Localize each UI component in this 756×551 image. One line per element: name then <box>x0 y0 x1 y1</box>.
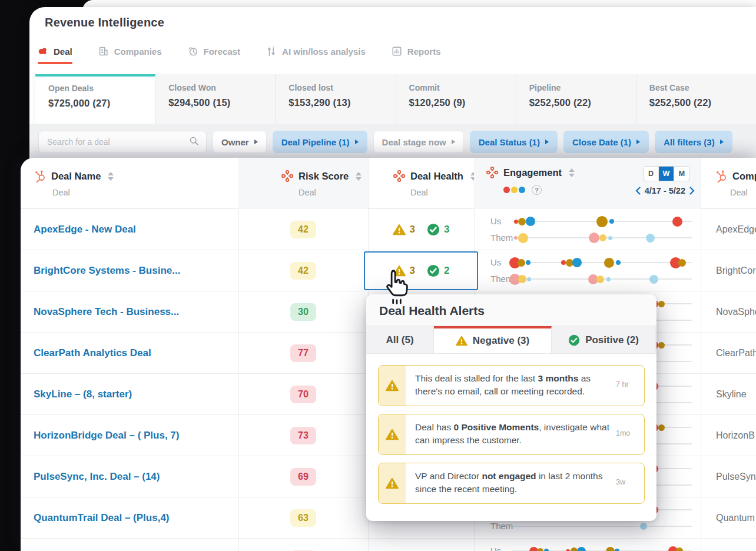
summary-card-commit[interactable]: Commit $120,250 (9) <box>396 74 516 124</box>
filter-button-deal-status-1-[interactable]: Deal Status (1) <box>470 131 558 153</box>
warning-icon <box>379 463 406 503</box>
popup-tab-positive-2-[interactable]: Positive (2) <box>552 326 656 353</box>
deal-icon <box>38 46 48 57</box>
deal-health-cell[interactable] <box>368 539 474 551</box>
filter-button-owner[interactable]: Owner <box>213 131 267 153</box>
deal-name-link[interactable]: HorizonBridge Deal – ( Plus, 7) <box>34 415 234 456</box>
engagement-dot-olive <box>658 342 665 348</box>
deal-name-link[interactable]: ClearPath Analytics Deal <box>34 333 234 374</box>
engagement-dot-olive <box>518 259 525 267</box>
help-icon[interactable]: ? <box>532 185 542 195</box>
popup-tabs-filler <box>656 326 656 353</box>
chevron-right-icon[interactable] <box>689 187 695 195</box>
nav-tab-label: Deal <box>54 47 72 57</box>
engagement-dot-olive <box>604 258 614 268</box>
app-cross-icon <box>281 170 294 182</box>
summary-card-closed-lost[interactable]: Closed lost $153,290 (13) <box>276 74 396 124</box>
engagement-dot-olive <box>658 301 665 307</box>
company-cell: PulseSync <box>701 456 756 497</box>
companies-icon <box>98 46 109 57</box>
hubspot-icon <box>34 170 47 182</box>
hubspot-icon <box>715 170 728 182</box>
search-input[interactable] <box>46 137 189 147</box>
filter-button-label: Deal Status (1) <box>479 137 540 147</box>
company-cell <box>701 539 756 551</box>
summary-card-open-deals[interactable]: Open Deals $725,000 (27) <box>35 74 155 124</box>
deal-health-alerts-popup: Deal Health Alerts All (5) Negative (3) … <box>366 294 656 521</box>
deal-health-cell[interactable]: 3 3 <box>368 209 474 250</box>
filter-button-close-date-1-[interactable]: Close Date (1) <box>563 131 649 153</box>
chevron-left-icon[interactable] <box>635 187 641 195</box>
period-toggle-m[interactable]: M <box>674 167 689 181</box>
column-source: Deal <box>299 188 368 197</box>
sort-deal-name[interactable] <box>108 172 114 181</box>
warning-icon <box>379 414 406 454</box>
summary-card-closed-won[interactable]: Closed Won $294,500 (15) <box>155 74 276 124</box>
risk-score-cell: 30 <box>238 291 368 333</box>
nav-tab-label: Forecast <box>204 47 241 57</box>
filter-button-deal-pipeline-1-[interactable]: Deal Pipeline (1) <box>273 131 367 153</box>
engagement-dot-pink <box>589 233 599 243</box>
column-header-company[interactable]: Comp Deal <box>701 158 756 209</box>
risk-score-badge: 42 <box>290 221 316 238</box>
filter-button-deal-stage-now[interactable]: Deal stage now <box>373 131 464 153</box>
nav-tab-deal[interactable]: Deal <box>38 46 72 64</box>
summary-card-best-case[interactable]: Best Case $252,500 (22) <box>636 74 756 124</box>
engagement-dot-red <box>514 220 518 224</box>
screenshot-root: Revenue Intelligence Deal Companies Fore… <box>0 0 756 551</box>
column-header-deal-name[interactable]: Deal Name Deal <box>21 158 238 209</box>
summary-card-label: Closed Won <box>168 83 275 92</box>
nav-tab-label: AI win/loss analysis <box>282 47 366 57</box>
deal-name-link[interactable] <box>34 539 234 551</box>
nav-tab-ai-win-loss-analysis[interactable]: AI win/loss analysis <box>266 46 366 64</box>
risk-score-cell: 77 <box>238 333 368 374</box>
engagement-cell: Us Them <box>474 250 701 291</box>
period-toggle-d[interactable]: D <box>644 167 659 181</box>
engagement-dot-lightblue <box>640 523 647 530</box>
popup-tab-all-5-[interactable]: All (5) <box>366 326 434 353</box>
nav-tab-label: Companies <box>114 47 162 57</box>
popup-tab-negative-3-[interactable]: Negative (3) <box>434 326 552 353</box>
alert-timestamp: 3w <box>616 463 644 503</box>
summary-card-pipeline[interactable]: Pipeline $252,500 (22) <box>516 74 636 124</box>
filter-button-all-filters-3-[interactable]: All filters (3) <box>655 131 732 153</box>
column-source: Deal <box>730 188 756 197</box>
popup-alert-list: This deal is stalled for the last 3 mont… <box>366 354 656 504</box>
deal-name-link[interactable]: BrightCore Systems - Busine... <box>34 250 234 291</box>
deal-name-link[interactable]: QuantumTrail Deal – (Plus,4) <box>34 497 234 539</box>
alert-text: VP and Director not engaged in last 2 mo… <box>406 463 616 503</box>
nav-tab-forecast[interactable]: Forecast <box>188 46 241 64</box>
engagement-dot-lightblue <box>649 275 658 284</box>
table-row: Us Them <box>21 539 756 551</box>
engagement-us-label: Us <box>490 257 501 267</box>
engagement-dot-yellow <box>518 275 526 283</box>
page-title: Revenue Intelligence <box>45 16 164 29</box>
deal-name-link[interactable]: SkyLine – (8, starter) <box>34 374 234 415</box>
deal-name-link[interactable]: PulseSync, Inc. Deal – (14) <box>34 456 234 497</box>
column-header-engagement[interactable]: Engagement ? DWM 4/17 - 5/22 <box>474 158 701 209</box>
positive-alerts: 2 <box>427 264 449 277</box>
company-cell: Quantum <box>701 497 756 539</box>
column-header-risk-score[interactable]: Risk Score Deal <box>238 158 368 209</box>
period-toggle-w[interactable]: W <box>659 167 674 181</box>
engagement-dot-blue <box>609 219 614 224</box>
column-divider <box>238 158 239 551</box>
company-cell: ApexEdge <box>701 209 756 250</box>
engagement-them-label: Them <box>490 521 513 531</box>
caret-right-icon <box>636 140 640 144</box>
positive-count: 2 <box>444 265 449 277</box>
deal-name-link[interactable]: ApexEdge - New Deal <box>34 209 234 250</box>
engagement-dot-yellow <box>596 276 604 283</box>
engagement-dot-blue <box>616 260 621 265</box>
column-header-deal-health[interactable]: Deal Health Deal <box>368 158 474 209</box>
caret-right-icon <box>452 140 455 144</box>
engagement-dot-olive <box>676 547 683 551</box>
sort-engagement[interactable] <box>569 168 575 177</box>
search-box[interactable] <box>38 131 207 153</box>
deal-name-link[interactable]: NovaSphere Tech - Business... <box>34 291 234 333</box>
engagement-dot-olive <box>658 424 665 431</box>
company-cell: Skyline <box>701 374 756 415</box>
nav-tab-companies[interactable]: Companies <box>98 46 162 64</box>
sort-risk-score[interactable] <box>356 172 362 181</box>
nav-tab-reports[interactable]: Reports <box>392 46 441 64</box>
